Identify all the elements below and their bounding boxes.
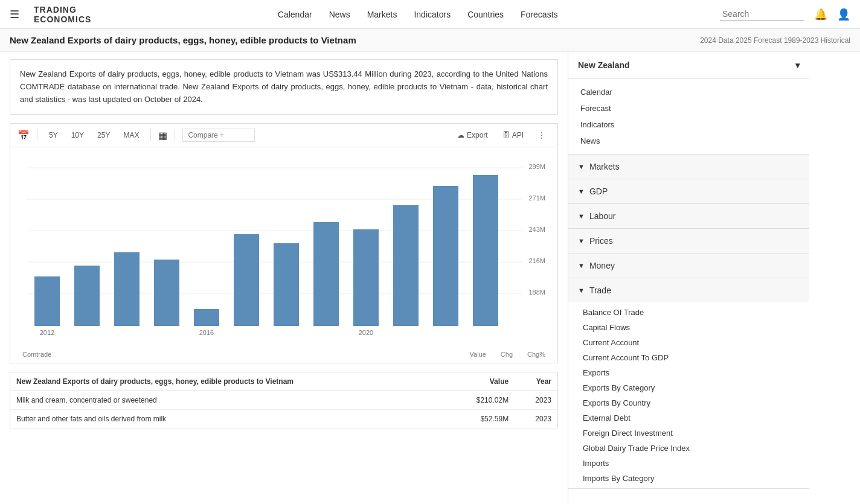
section-label: Trade — [589, 285, 611, 295]
time-25y-button[interactable]: 25Y — [93, 129, 114, 141]
chart-source: Comtrade — [22, 351, 51, 358]
header: ☰ TRADING ECONOMICS Calendar News Market… — [0, 0, 860, 29]
table-row: Butter and other fats and oils derived f… — [10, 410, 558, 429]
sidebar-section-labour: ▼Labour — [568, 204, 809, 229]
export-label: Export — [467, 131, 488, 139]
logo: TRADING ECONOMICS — [34, 5, 91, 24]
svg-text:2020: 2020 — [359, 329, 373, 336]
table-col2-header: Value — [448, 372, 515, 391]
data-table: New Zealand Exports of dairy products, e… — [10, 372, 558, 429]
toolbar-divider-1 — [37, 129, 37, 141]
country-selector[interactable]: New Zealand ▾ — [568, 52, 809, 79]
nav-news[interactable]: News — [329, 10, 350, 19]
compare-input[interactable] — [182, 129, 255, 142]
sidebar-item-imports[interactable]: Imports — [568, 456, 809, 471]
main-nav: Calendar News Markets Indicators Countri… — [115, 10, 720, 19]
svg-rect-12 — [114, 252, 140, 326]
page-meta: 2024 Data 2025 Forecast 1989-2023 Histor… — [700, 36, 850, 45]
sidebar-section-header-gdp[interactable]: ▼GDP — [568, 179, 809, 203]
section-label: Money — [589, 261, 615, 270]
page-title-bar: New Zealand Exports of dairy products, e… — [0, 29, 860, 52]
col-value-label: Value — [470, 351, 486, 358]
table-cell-year: 2023 — [515, 391, 557, 410]
svg-text:2016: 2016 — [199, 329, 214, 336]
more-options-button[interactable]: ⋮ — [533, 129, 550, 141]
sidebar-link-indicators[interactable]: Indicators — [568, 116, 809, 133]
export-button[interactable]: ☁ Export — [452, 129, 493, 141]
table-cell-year: 2023 — [515, 410, 557, 429]
sidebar-link-calendar[interactable]: Calendar — [568, 84, 809, 100]
table-row: Milk and cream, concentrated or sweetene… — [10, 391, 558, 410]
time-5y-button[interactable]: 5Y — [45, 129, 62, 141]
sidebar-item-exports-by-country[interactable]: Exports By Country — [568, 395, 809, 410]
sidebar: New Zealand ▾ Calendar Forecast Indicato… — [568, 52, 809, 504]
sidebar-section-header-labour[interactable]: ▼Labour — [568, 204, 809, 228]
sidebar-section-header-markets[interactable]: ▼Markets — [568, 155, 809, 179]
section-label: Prices — [589, 236, 613, 246]
sidebar-section-gdp: ▼GDP — [568, 179, 809, 204]
nav-countries[interactable]: Countries — [467, 10, 504, 19]
chart-footer-cols: Value Chg Chg% — [470, 351, 545, 358]
sidebar-section-markets: ▼Markets — [568, 155, 809, 179]
sidebar-section-money: ▼Money — [568, 254, 809, 278]
table-cell-name: Butter and other fats and oils derived f… — [10, 410, 448, 429]
svg-rect-13 — [154, 260, 179, 326]
sidebar-item-exports[interactable]: Exports — [568, 365, 809, 380]
table-col3-header: Year — [515, 372, 557, 391]
time-10y-button[interactable]: 10Y — [67, 129, 88, 141]
bar-chart-icon[interactable]: ▦ — [158, 130, 167, 141]
logo-trading: TRADING — [34, 5, 91, 14]
sidebar-item-current-account-to-gdp[interactable]: Current Account To GDP — [568, 350, 809, 365]
table-cell-name: Milk and cream, concentrated or sweetene… — [10, 391, 448, 410]
layout: New Zealand Exports of dairy products, e… — [0, 52, 860, 504]
sidebar-link-news[interactable]: News — [568, 133, 809, 149]
hamburger-icon[interactable]: ☰ — [10, 8, 19, 21]
sidebar-link-forecast[interactable]: Forecast — [568, 100, 809, 116]
calendar-icon[interactable]: 📅 — [18, 130, 30, 141]
svg-rect-17 — [313, 222, 339, 326]
nav-forecasts[interactable]: Forecasts — [521, 10, 557, 19]
sidebar-item-balance-of-trade[interactable]: Balance Of Trade — [568, 305, 809, 320]
sidebar-item-current-account[interactable]: Current Account — [568, 335, 809, 350]
svg-text:243M: 243M — [528, 226, 545, 233]
sidebar-item-imports-by-category[interactable]: Imports By Category — [568, 471, 809, 486]
svg-rect-11 — [74, 266, 100, 326]
sidebar-section-prices: ▼Prices — [568, 229, 809, 254]
sidebar-sections: ▼Markets▼GDP▼Labour▼Prices▼Money▼TradeBa… — [568, 155, 809, 489]
svg-text:216M: 216M — [528, 257, 545, 264]
sidebar-item-foreign-direct-investment[interactable]: Foreign Direct Investment — [568, 426, 809, 441]
svg-text:299M: 299M — [528, 163, 545, 170]
svg-text:271M: 271M — [528, 194, 545, 202]
svg-rect-21 — [473, 175, 498, 326]
sidebar-item-global-dairy-trade-price-index[interactable]: Global Dairy Trade Price Index — [568, 441, 809, 456]
country-name: New Zealand — [578, 60, 630, 70]
section-label: GDP — [589, 187, 608, 196]
search-input[interactable] — [720, 8, 804, 21]
section-arrow-icon: ▼ — [578, 262, 585, 269]
logo-economics: ECONOMICS — [34, 14, 91, 24]
table-cell-value: $210.02M — [448, 391, 515, 410]
sidebar-item-external-debt[interactable]: External Debt — [568, 410, 809, 426]
svg-rect-16 — [274, 243, 299, 326]
dropdown-icon: ▾ — [795, 60, 800, 70]
sidebar-section-header-money[interactable]: ▼Money — [568, 254, 809, 278]
sidebar-section-header-trade[interactable]: ▼Trade — [568, 278, 809, 302]
user-icon[interactable]: 👤 — [837, 8, 850, 21]
time-max-button[interactable]: MAX — [119, 129, 143, 141]
chart-footer: Comtrade Value Chg Chg% — [20, 346, 548, 363]
sidebar-item-capital-flows[interactable]: Capital Flows — [568, 320, 809, 335]
sidebar-section-trade: ▼TradeBalance Of TradeCapital FlowsCurre… — [568, 278, 809, 489]
api-label: API — [512, 131, 524, 139]
nav-markets[interactable]: Markets — [367, 10, 397, 19]
api-button[interactable]: 🗄 API — [498, 129, 528, 141]
col-chgpct-label: Chg% — [527, 351, 545, 358]
sidebar-item-exports-by-category[interactable]: Exports By Category — [568, 380, 809, 395]
svg-text:188M: 188M — [528, 289, 545, 296]
nav-indicators[interactable]: Indicators — [414, 10, 451, 19]
section-arrow-icon: ▼ — [578, 163, 585, 170]
bell-icon[interactable]: 🔔 — [814, 8, 827, 21]
col-chg-label: Chg — [501, 351, 513, 358]
sidebar-section-header-prices[interactable]: ▼Prices — [568, 229, 809, 253]
nav-calendar[interactable]: Calendar — [278, 10, 312, 19]
sidebar-section-items-trade: Balance Of TradeCapital FlowsCurrent Acc… — [568, 302, 809, 488]
